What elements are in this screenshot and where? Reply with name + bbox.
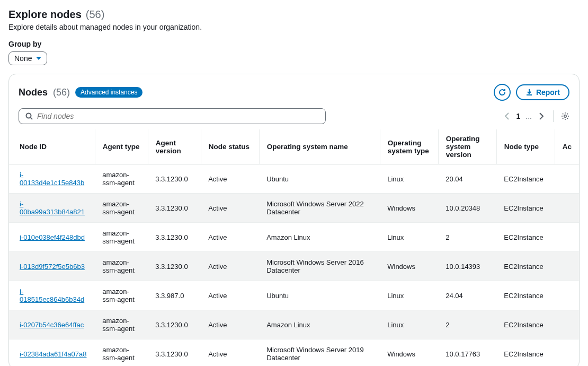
cell-os-name: Amazon Linux <box>259 223 380 252</box>
cell-overflow <box>555 194 579 223</box>
table-row: i-00133d4e1c15e843bamazon-ssm-agent3.3.1… <box>9 164 579 194</box>
node-id-link[interactable]: i-02384ada61f4a07a8 <box>20 350 87 358</box>
table-row: i-00ba99a313b84a821amazon-ssm-agent3.3.1… <box>9 194 579 223</box>
search-input-wrap[interactable] <box>19 108 326 124</box>
chevron-left-icon <box>505 112 509 120</box>
cell-node-type: EC2Instance <box>496 223 555 252</box>
advanced-instances-badge[interactable]: Advanced instances <box>75 87 142 98</box>
cell-agent-version: 3.3.1230.0 <box>148 339 201 367</box>
cell-status: Active <box>201 310 259 339</box>
page-header: Explore nodes (56) Explore details about… <box>8 8 580 31</box>
node-id-link[interactable]: i-00ba99a313b84a821 <box>20 200 85 216</box>
prev-page-button[interactable] <box>503 110 511 122</box>
cell-node-type: EC2Instance <box>496 194 555 223</box>
cell-overflow <box>555 223 579 252</box>
cell-agent-version: 3.3.1230.0 <box>148 310 201 339</box>
cell-os-name: Microsoft Windows Server 2022 Datacenter <box>259 194 380 223</box>
cell-agent-type: amazon-ssm-agent <box>95 339 148 367</box>
cell-agent-type: amazon-ssm-agent <box>95 223 148 252</box>
nodes-panel: Nodes (56) Advanced instances Report <box>8 74 580 366</box>
col-node-id[interactable]: Node ID <box>9 129 95 164</box>
cell-os-name: Amazon Linux <box>259 310 380 339</box>
report-label: Report <box>536 88 560 97</box>
refresh-icon <box>498 88 506 97</box>
groupby-section: Group by None <box>8 40 580 65</box>
col-agent-version[interactable]: Agent version <box>148 129 201 164</box>
cell-os-version: 2 <box>438 223 496 252</box>
col-os-name[interactable]: Operating system name <box>259 129 380 164</box>
cell-node-type: EC2Instance <box>496 310 555 339</box>
svg-point-1 <box>564 115 566 117</box>
cell-status: Active <box>201 194 259 223</box>
node-id-link[interactable]: i-00133d4e1c15e843b <box>20 171 84 187</box>
cell-os-name: Ubuntu <box>259 164 380 194</box>
pagination: 1 ... <box>503 110 569 122</box>
table-header-row: Node ID Agent type Agent version Node st… <box>9 129 579 164</box>
cell-agent-type: amazon-ssm-agent <box>95 281 148 310</box>
page-ellipsis: ... <box>525 112 532 120</box>
col-node-status[interactable]: Node status <box>201 129 259 164</box>
cell-agent-version: 3.3.1230.0 <box>148 223 201 252</box>
page-count: (56) <box>86 8 105 21</box>
cell-agent-type: amazon-ssm-agent <box>95 252 148 281</box>
cell-os-version: 10.0.17763 <box>438 339 496 367</box>
groupby-label: Group by <box>8 40 580 48</box>
table-row: i-010e038ef4f248dbdamazon-ssm-agent3.3.1… <box>9 223 579 252</box>
table-body: i-00133d4e1c15e843bamazon-ssm-agent3.3.1… <box>9 164 579 367</box>
cell-status: Active <box>201 281 259 310</box>
cell-os-version: 10.0.14393 <box>438 252 496 281</box>
cell-os-type: Windows <box>380 194 438 223</box>
cell-os-type: Windows <box>380 252 438 281</box>
page-title: Explore nodes <box>8 8 82 21</box>
chevron-right-icon <box>539 112 544 120</box>
cell-os-name: Microsoft Windows Server 2019 Datacenter <box>259 339 380 367</box>
divider <box>553 110 554 122</box>
page-subtitle: Explore details about managed nodes in y… <box>8 23 580 31</box>
cell-agent-type: amazon-ssm-agent <box>95 164 148 194</box>
cell-os-version: 20.04 <box>438 164 496 194</box>
report-button[interactable]: Report <box>516 84 569 100</box>
cell-overflow <box>555 164 579 194</box>
cell-agent-version: 3.3.987.0 <box>148 281 201 310</box>
node-id-link[interactable]: i-0207b54c36e64ffac <box>20 321 84 329</box>
cell-agent-version: 3.3.1230.0 <box>148 252 201 281</box>
table-row: i-018515ec864b6b34damazon-ssm-agent3.3.9… <box>9 281 579 310</box>
node-id-link[interactable]: i-018515ec864b6b34d <box>20 287 84 303</box>
refresh-button[interactable] <box>494 84 511 101</box>
panel-title: Nodes <box>19 87 48 98</box>
cell-overflow <box>555 252 579 281</box>
groupby-select[interactable]: None <box>8 51 47 65</box>
node-id-link[interactable]: i-010e038ef4f248dbd <box>20 233 85 241</box>
cell-os-version: 2 <box>438 310 496 339</box>
col-agent-type[interactable]: Agent type <box>95 129 148 164</box>
download-icon <box>525 89 533 96</box>
cell-status: Active <box>201 339 259 367</box>
cell-os-type: Linux <box>380 223 438 252</box>
col-os-type[interactable]: Operating system type <box>380 129 438 164</box>
col-os-version[interactable]: Operating system version <box>438 129 496 164</box>
cell-status: Active <box>201 252 259 281</box>
cell-os-type: Linux <box>380 164 438 194</box>
gear-icon <box>561 112 569 120</box>
node-id-link[interactable]: i-013d9f572f5e5b6b3 <box>20 263 85 271</box>
cell-os-name: Ubuntu <box>259 281 380 310</box>
cell-os-version: 24.04 <box>438 281 496 310</box>
cell-os-version: 10.0.20348 <box>438 194 496 223</box>
cell-os-type: Windows <box>380 339 438 367</box>
cell-overflow <box>555 310 579 339</box>
cell-os-type: Linux <box>380 310 438 339</box>
table-row: i-02384ada61f4a07a8amazon-ssm-agent3.3.1… <box>9 339 579 367</box>
cell-status: Active <box>201 164 259 194</box>
settings-button[interactable] <box>561 112 569 120</box>
panel-count: (56) <box>53 87 70 98</box>
search-input[interactable] <box>37 112 319 120</box>
table-row: i-0207b54c36e64ffacamazon-ssm-agent3.3.1… <box>9 310 579 339</box>
cell-agent-version: 3.3.1230.0 <box>148 194 201 223</box>
cell-agent-type: amazon-ssm-agent <box>95 194 148 223</box>
nodes-table: Node ID Agent type Agent version Node st… <box>9 129 579 366</box>
col-node-type[interactable]: Node type <box>496 129 555 164</box>
next-page-button[interactable] <box>537 110 546 122</box>
chevron-down-icon <box>36 56 41 60</box>
table-row: i-013d9f572f5e5b6b3amazon-ssm-agent3.3.1… <box>9 252 579 281</box>
col-account[interactable]: Ac <box>555 129 579 164</box>
